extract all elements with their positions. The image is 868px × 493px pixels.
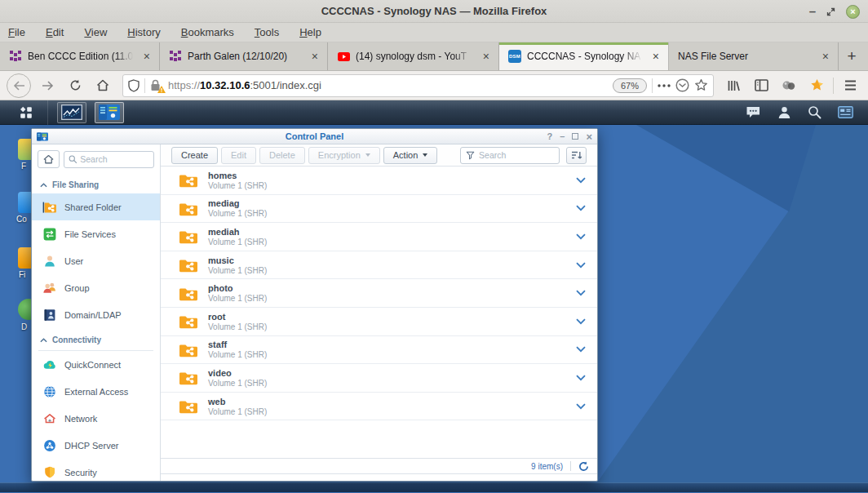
menu-edit[interactable]: Edit [46,26,64,38]
pocket-icon[interactable] [675,78,689,92]
sidebar-top [32,149,160,173]
page-actions-icon[interactable] [658,84,671,87]
chevron-down-icon[interactable] [576,233,586,240]
shared-folder-row[interactable]: web Volume 1 (SHR) [161,393,597,421]
new-tab-button[interactable]: + [839,42,865,70]
view-sort-button[interactable] [566,147,587,164]
sidebar-item-label: Shared Folder [64,202,122,212]
tab-close-icon[interactable]: × [309,50,321,63]
action-dropdown-button[interactable]: Action [383,147,438,164]
create-button[interactable]: Create [171,147,218,164]
tab-parth-galen[interactable]: Parth Galen (12/10/20) × [160,42,328,70]
menu-file[interactable]: File [8,26,25,38]
chevron-down-icon[interactable] [576,403,586,410]
sidebar-search-input[interactable] [80,154,149,164]
sidebar-item-shared-folder[interactable]: Shared Folder [32,193,160,220]
sidebar-item-network[interactable]: Network [32,405,160,432]
restore-button[interactable] [826,7,835,16]
shared-folder-row[interactable]: mediag Volume 1 (SHR) [161,195,597,224]
shared-folder-row[interactable]: mediah Volume 1 (SHR) [161,223,597,251]
chevron-down-icon[interactable] [576,290,586,296]
insecure-lock-icon[interactable] [150,79,163,92]
folder-search-box[interactable] [460,147,560,164]
back-button[interactable] [7,73,31,98]
firefox-titlebar[interactable]: CCCCNAS - Synology NAS — Mozilla Firefox… [0,0,868,23]
edit-button[interactable]: Edit [221,147,256,164]
tab-youtube[interactable]: (14) synology dsm - YouT × [328,42,499,70]
tab-nas-file-server[interactable]: NAS File Server × [669,42,839,70]
sidebar-item-external-access[interactable]: External Access [32,378,160,405]
extension-star-button[interactable] [805,74,828,97]
widgets-icon[interactable] [838,106,853,118]
chevron-down-icon[interactable] [576,177,586,184]
control-panel-taskbar-button[interactable] [95,102,124,123]
delete-button[interactable]: Delete [259,147,305,164]
tab-close-icon[interactable]: × [820,50,831,63]
chevron-down-icon[interactable] [576,205,586,211]
restore-icon [826,7,835,16]
tab-bar: Ben CCCC Edition (11.05 × Parth Galen (1… [0,42,868,71]
forward-button[interactable] [36,74,59,97]
sidebars-button[interactable] [750,74,773,97]
shared-folder-row[interactable]: homes Volume 1 (SHR) [161,167,597,195]
tab-synology-nas-active[interactable]: DSM CCCCNAS - Synology NA × [499,42,669,70]
minimize-button[interactable]: – [809,7,816,16]
section-header-file-sharing[interactable]: File Sharing [32,173,160,193]
shared-folder-row[interactable]: staff Volume 1 (SHR) [161,336,597,365]
shared-folder-row[interactable]: video Volume 1 (SHR) [161,364,597,393]
sidebar-item-group[interactable]: Group [32,274,160,301]
chevron-down-icon[interactable] [576,318,586,325]
notifications-icon[interactable] [746,105,761,119]
dsm-desktop: F Co Fi D Control Panel ? – × [0,125,868,492]
minimize-button[interactable]: – [560,132,565,141]
main-menu-button[interactable] [10,100,42,125]
shared-folder-row[interactable]: music Volume 1 (SHR) [161,251,597,280]
sidebar-item-domain-ldap[interactable]: Domain/LDAP [32,301,160,328]
control-panel-titlebar[interactable]: Control Panel ? – × [32,129,597,144]
refresh-icon[interactable] [578,461,589,472]
folder-search-input[interactable] [479,150,554,160]
shared-folder-row[interactable]: root Volume 1 (SHR) [161,308,597,336]
home-button[interactable] [38,150,60,168]
home-button[interactable] [91,74,114,97]
search-icon[interactable] [808,105,822,119]
reload-button[interactable] [64,74,86,97]
section-header-connectivity[interactable]: Connectivity [32,328,160,349]
menu-help[interactable]: Help [299,26,321,38]
tab-close-icon[interactable]: × [650,50,662,63]
chevron-down-icon[interactable] [576,375,586,381]
close-button[interactable]: × [586,131,592,142]
menu-view[interactable]: View [84,26,107,38]
tab-close-icon[interactable]: × [480,50,492,63]
tab-ben-cccc[interactable]: Ben CCCC Edition (11.05 × [0,42,160,70]
zoom-level-badge[interactable]: 67% [613,78,647,93]
menu-history[interactable]: History [127,26,160,38]
bookmark-star-icon[interactable] [694,78,708,92]
extension-circles-button[interactable] [777,74,800,97]
tab-close-icon[interactable]: × [141,50,153,63]
url-bar[interactable]: https://10.32.10.6:5001/index.cgi 67% [122,74,714,97]
control-panel-title: Control Panel [32,131,597,141]
menu-bookmarks[interactable]: Bookmarks [181,26,234,38]
sidebar-item-quickconnect[interactable]: QuickConnect [32,351,160,378]
url-text[interactable]: https://10.32.10.6:5001/index.cgi [168,79,608,91]
encryption-dropdown-button[interactable]: Encryption [308,147,380,164]
sidebar-item-dhcp-server[interactable]: DHCP Server [32,432,160,459]
user-options-icon[interactable] [777,105,791,119]
help-button[interactable]: ? [547,132,553,141]
chevron-down-icon[interactable] [576,262,586,269]
folder-info: root Volume 1 (SHR) [208,312,566,331]
app-menu-button[interactable] [839,74,861,97]
sidebar-item-user[interactable]: User [32,247,160,274]
chevron-down-icon[interactable] [576,346,586,353]
sidebar-search-box[interactable] [64,151,154,168]
shared-folder-row[interactable]: photo Volume 1 (SHR) [161,279,597,308]
library-button[interactable] [722,74,745,97]
menu-tools[interactable]: Tools [255,26,279,38]
resource-monitor-taskbar-button[interactable] [57,102,86,123]
sidebar-item-security[interactable]: Security [32,459,160,481]
sidebar-item-file-services[interactable]: File Services [32,220,160,247]
maximize-button[interactable] [572,133,578,140]
close-button[interactable]: × [846,5,860,19]
sidebar-icon [755,79,768,91]
